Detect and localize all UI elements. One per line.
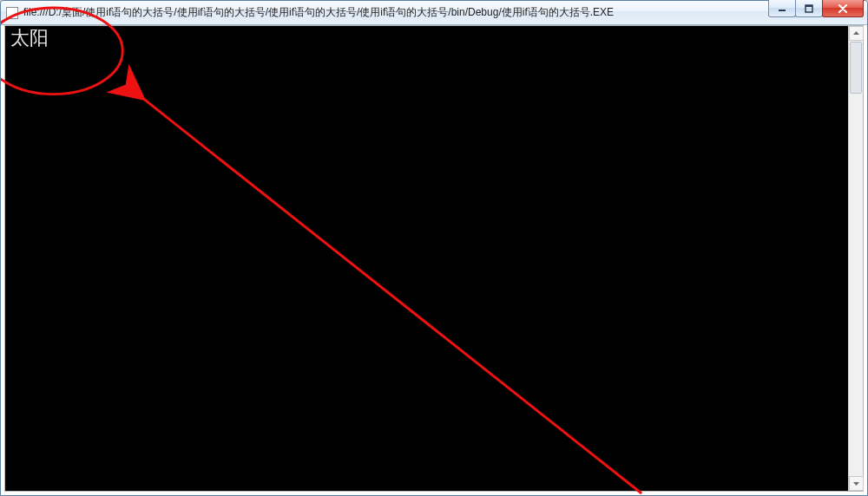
vertical-scrollbar[interactable]: [848, 26, 863, 491]
minimize-icon: [778, 4, 786, 13]
scrollbar-thumb[interactable]: [850, 42, 862, 94]
window-controls-group: [768, 0, 864, 17]
scroll-up-button[interactable]: [849, 26, 864, 41]
scroll-down-button[interactable]: [849, 476, 864, 491]
client-area: 太阳: [4, 25, 864, 492]
console-output: 太阳: [5, 26, 848, 491]
maximize-icon: [805, 4, 813, 13]
chevron-down-icon: [852, 480, 860, 487]
chevron-up-icon: [852, 29, 860, 37]
window-title: file:///D:/桌面/使用if语句的大括号/使用if语句的大括号/使用if…: [23, 5, 864, 20]
svg-rect-2: [806, 5, 812, 7]
app-window: file:///D:/桌面/使用if语句的大括号/使用if语句的大括号/使用if…: [0, 0, 868, 496]
titlebar[interactable]: file:///D:/桌面/使用if语句的大括号/使用if语句的大括号/使用if…: [1, 1, 867, 25]
close-icon: [838, 4, 848, 13]
close-button[interactable]: [822, 0, 864, 17]
minimize-button[interactable]: [768, 0, 796, 17]
app-icon: [6, 7, 18, 19]
maximize-button[interactable]: [795, 0, 823, 17]
svg-rect-0: [779, 10, 786, 11]
